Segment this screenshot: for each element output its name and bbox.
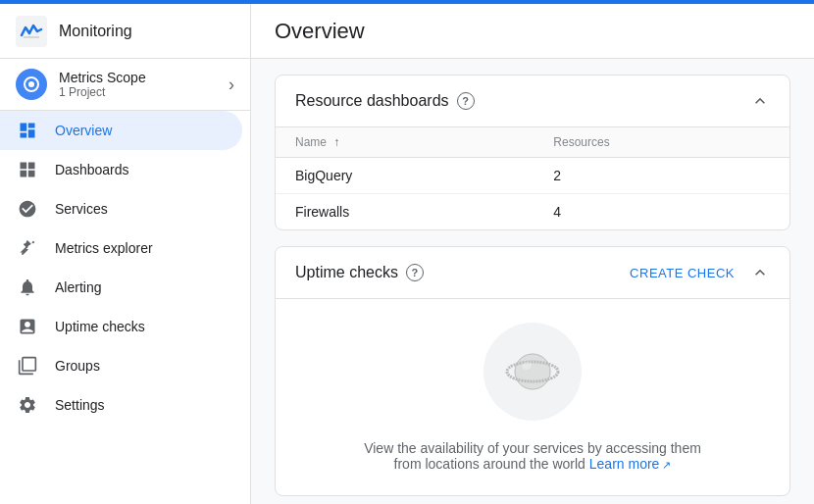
settings-icon <box>16 393 39 417</box>
resource-dashboards-help-icon[interactable]: ? <box>457 92 475 110</box>
dashboards-label: Dashboards <box>55 162 129 177</box>
resource-dashboards-title: Resource dashboards <box>295 92 449 110</box>
resource-table-body: BigQuery 2 Firewalls 4 <box>276 158 789 230</box>
metrics-scope-title: Metrics Scope <box>59 70 229 85</box>
uptime-checks-title: Uptime checks <box>295 264 398 281</box>
alerting-icon <box>16 276 39 299</box>
metrics-explorer-label: Metrics explorer <box>55 240 153 256</box>
table-row[interactable]: Firewalls 4 <box>276 194 789 230</box>
sidebar-item-groups[interactable]: Groups <box>0 346 242 385</box>
settings-label: Settings <box>55 397 105 413</box>
resource-dashboards-table: Name ↑ Resources BigQuery 2 Firewall <box>276 127 789 229</box>
resource-count-cell: 4 <box>534 194 789 230</box>
sidebar-item-metrics-explorer[interactable]: Metrics explorer <box>0 228 242 268</box>
sidebar-item-alerting[interactable]: Alerting <box>0 268 242 307</box>
uptime-title-section: Uptime checks ? <box>295 264 630 281</box>
learn-more-link[interactable]: Learn more <box>589 456 672 472</box>
create-check-button[interactable]: CREATE CHECK <box>630 266 735 280</box>
uptime-description: View the availability of your services b… <box>356 440 709 472</box>
main-content: Overview Resource dashboards ? <box>251 4 814 504</box>
app-name: Monitoring <box>59 23 132 40</box>
uptime-checks-label: Uptime checks <box>55 319 145 334</box>
sidebar-item-services[interactable]: Services <box>0 189 242 228</box>
table-row[interactable]: BigQuery 2 <box>276 158 789 194</box>
resource-name-cell: BigQuery <box>276 158 534 194</box>
uptime-checks-collapse-btn[interactable] <box>750 263 770 282</box>
resource-dashboards-collapse-btn[interactable] <box>750 91 770 111</box>
name-column-header[interactable]: Name ↑ <box>276 127 534 158</box>
sidebar-nav: Overview Dashboards Services <box>0 111 250 425</box>
uptime-checks-card: Uptime checks ? CREATE CHECK <box>275 246 790 496</box>
resource-count-cell: 2 <box>534 158 789 194</box>
resource-name-cell: Firewalls <box>276 194 534 230</box>
sidebar-item-dashboards[interactable]: Dashboards <box>0 150 242 189</box>
sidebar: Monitoring Metrics Scope 1 Project › <box>0 4 251 504</box>
sort-icon: ↑ <box>333 135 339 149</box>
svg-point-2 <box>28 81 34 87</box>
uptime-checks-help-icon[interactable]: ? <box>406 264 424 281</box>
groups-icon <box>16 354 39 378</box>
metrics-scope-text: Metrics Scope 1 Project <box>59 70 229 99</box>
resource-dashboards-table-container: Name ↑ Resources BigQuery 2 Firewall <box>276 127 789 229</box>
services-label: Services <box>55 201 108 217</box>
services-icon <box>16 197 39 221</box>
chevron-right-icon: › <box>229 75 234 95</box>
metrics-scope-section[interactable]: Metrics Scope 1 Project › <box>0 59 250 111</box>
uptime-checks-icon <box>16 315 39 338</box>
sidebar-item-uptime-checks[interactable]: Uptime checks <box>0 307 242 346</box>
sidebar-item-settings[interactable]: Settings <box>0 385 242 425</box>
content-area: Resource dashboards ? Name ↑ <box>251 59 814 504</box>
page-title: Overview <box>275 19 365 44</box>
dashboards-icon <box>16 158 39 181</box>
metrics-scope-icon <box>16 69 47 100</box>
overview-label: Overview <box>55 123 112 138</box>
metrics-scope-subtitle: 1 Project <box>59 85 229 99</box>
planet-icon <box>483 323 582 421</box>
metrics-explorer-icon <box>16 236 39 260</box>
app-logo <box>16 16 47 47</box>
resources-column-header[interactable]: Resources <box>534 127 789 158</box>
resource-dashboards-header: Resource dashboards ? <box>276 76 789 127</box>
uptime-checks-header: Uptime checks ? CREATE CHECK <box>276 247 789 299</box>
sidebar-header: Monitoring <box>0 4 250 59</box>
card-title-row: Resource dashboards ? <box>295 92 475 110</box>
overview-icon <box>16 119 39 142</box>
resource-dashboards-card: Resource dashboards ? Name ↑ <box>275 75 790 230</box>
groups-label: Groups <box>55 358 100 374</box>
sidebar-item-overview[interactable]: Overview <box>0 111 242 150</box>
uptime-empty-state: View the availability of your services b… <box>276 299 789 495</box>
main-header: Overview <box>251 4 814 59</box>
alerting-label: Alerting <box>55 279 101 295</box>
